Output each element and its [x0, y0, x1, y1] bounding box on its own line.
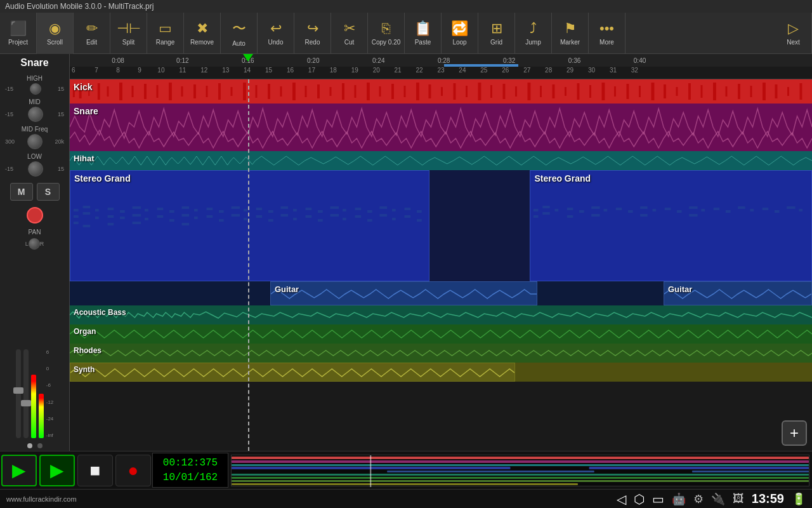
eq-low-knob[interactable]	[28, 160, 43, 178]
play-button[interactable]: ▶	[1, 455, 37, 486]
toolbar-split[interactable]: ⊣⊢ Split	[110, 13, 147, 54]
toolbar-auto[interactable]: 〜 Auto	[221, 13, 258, 54]
toolbar-next[interactable]: ▷ Next	[775, 13, 812, 54]
eq-mid-knob[interactable]	[28, 105, 43, 123]
toolbar-jump[interactable]: ⤴ Jump	[515, 13, 552, 54]
fader-track-1[interactable]	[16, 349, 21, 438]
num-21: 21	[395, 67, 402, 74]
remove-icon: ✖	[197, 20, 208, 37]
svg-rect-34	[478, 83, 481, 100]
svg-rect-160	[232, 474, 809, 476]
kick-waveform	[70, 79, 812, 104]
svg-rect-4	[107, 86, 109, 97]
num-20: 20	[373, 67, 380, 74]
svg-rect-22	[330, 87, 332, 96]
stop-icon: ■	[90, 460, 101, 481]
stereo-clip-2[interactable]: Stereo Grand	[530, 170, 812, 281]
toolbar-cut[interactable]: ✂ Cut	[331, 13, 368, 54]
eq-mid-neg: -15	[5, 111, 13, 117]
svg-rect-132	[592, 206, 600, 209]
svg-rect-112	[355, 208, 361, 210]
mute-button[interactable]: M	[10, 183, 33, 201]
guitar-clip-1[interactable]: Guitar	[270, 281, 537, 305]
playhead-marker	[243, 54, 253, 62]
svg-rect-88	[206, 208, 213, 210]
pan-knob[interactable]	[29, 238, 40, 250]
fader-thumb-2[interactable]	[21, 400, 31, 406]
track-content-synth[interactable]: Synth	[70, 363, 812, 382]
svg-rect-44	[602, 83, 605, 100]
toolbar-loop[interactable]: 🔁 Loop	[442, 13, 478, 54]
toolbar-project[interactable]: ⬛ Project	[0, 13, 37, 54]
bass-waveform	[70, 305, 812, 324]
svg-rect-102	[293, 209, 297, 211]
svg-rect-19	[292, 83, 296, 100]
back-icon[interactable]: ◁	[617, 491, 626, 507]
db-labels: 6 0 -6 -12 -24 -inf	[46, 349, 54, 438]
num-29: 29	[566, 67, 573, 74]
paste-label: Paste	[415, 39, 431, 46]
toolbar-scroll[interactable]: ◉ Scroll	[37, 13, 74, 54]
svg-rect-117	[379, 214, 387, 217]
svg-rect-60	[800, 83, 802, 100]
eq-midfreq-knob[interactable]	[27, 133, 43, 150]
svg-rect-164	[370, 455, 371, 487]
guitar-clip-2[interactable]: Guitar	[664, 281, 812, 305]
svg-rect-113	[355, 215, 361, 218]
track-content-rhodes[interactable]: Rhodes	[70, 344, 812, 363]
svg-rect-76	[132, 222, 141, 224]
track-content-stereo[interactable]: Stereo Grand	[70, 170, 812, 281]
synth-clip[interactable]	[70, 363, 515, 382]
time-display: 00:12:375 10/01/162	[152, 453, 228, 488]
track-content-organ[interactable]: Organ	[70, 324, 812, 344]
record-button[interactable]: ●	[115, 455, 151, 486]
toolbar-marker[interactable]: ⚑ Marker	[552, 13, 589, 54]
stop-button[interactable]: ■	[77, 455, 113, 486]
grid-label: Grid	[490, 39, 502, 46]
svg-rect-82	[169, 219, 174, 222]
toolbar-undo[interactable]: ↩ Undo	[258, 13, 294, 54]
loop-label: Loop	[452, 39, 466, 46]
record-arm-button[interactable]	[27, 207, 43, 224]
track-content-guitar[interactable]: Guitar Guitar	[70, 281, 812, 305]
svg-rect-64	[82, 206, 90, 208]
toolbar-paste[interactable]: 📋 Paste	[405, 13, 442, 54]
dot-2[interactable]	[37, 443, 43, 448]
ruler-time-row: 0:08 0:12 0:16 0:20 0:24 0:28 0:32 0:36 …	[70, 54, 812, 67]
recents-icon[interactable]: ▭	[652, 491, 664, 507]
play2-button[interactable]: ▶	[39, 455, 75, 486]
toolbar: ⬛ Project ◉ Scroll ✏ Edit ⊣⊢ Split ▭ Ran…	[0, 13, 812, 54]
svg-rect-131	[579, 210, 584, 213]
track-content-snare[interactable]: Snare	[70, 104, 812, 151]
toolbar-redo[interactable]: ↪ Redo	[294, 13, 331, 54]
svg-rect-41	[565, 87, 566, 96]
fader-thumb-1[interactable]	[13, 387, 23, 394]
track-content-hihat[interactable]: Hihat	[70, 151, 812, 170]
toolbar-range[interactable]: ▭ Range	[147, 13, 184, 54]
stereo-clip-1-midi	[70, 171, 429, 281]
num-14: 14	[244, 67, 251, 74]
stereo-clip-1[interactable]: Stereo Grand	[70, 170, 429, 281]
eq-low-label: LOW	[5, 153, 64, 160]
svg-rect-65	[82, 212, 90, 215]
toolbar-grid[interactable]: ⊞ Grid	[478, 13, 515, 54]
toolbar-copy[interactable]: ⎘ Copy 0.20	[368, 13, 405, 54]
track-content-bass[interactable]: Acoustic Bass	[70, 305, 812, 324]
svg-rect-101	[280, 214, 288, 217]
svg-rect-99	[268, 219, 273, 222]
guitar-clip-2-label: Guitar	[668, 284, 692, 294]
toolbar-edit[interactable]: ✏ Edit	[74, 13, 110, 54]
eq-mid-section: MID -15 15	[0, 97, 69, 124]
toolbar-remove[interactable]: ✖ Remove	[184, 13, 221, 54]
add-track-button[interactable]: +	[782, 420, 807, 446]
fader-track-2[interactable]	[23, 349, 29, 438]
solo-button[interactable]: S	[37, 183, 60, 201]
toolbar-more[interactable]: ••• More	[589, 13, 625, 54]
svg-rect-32	[454, 83, 456, 100]
dot-1[interactable]	[27, 443, 32, 448]
home-icon[interactable]: ⬡	[634, 491, 645, 507]
svg-rect-138	[641, 214, 648, 217]
eq-high-label: HIGH	[5, 75, 64, 82]
guitar-clip-1-waveform	[271, 282, 537, 305]
track-content-kick[interactable]: Kick	[70, 79, 812, 104]
